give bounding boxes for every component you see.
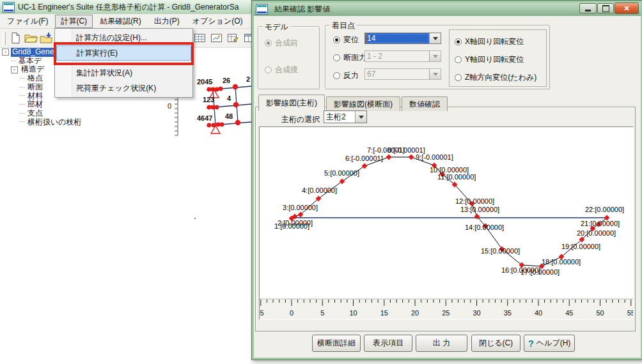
stray-dot bbox=[194, 218, 196, 219]
girder-select-combo[interactable]: 主桁2 bbox=[324, 110, 367, 123]
tree-connector bbox=[20, 113, 25, 114]
point-label-12: 12:[0.00000] bbox=[455, 197, 494, 205]
chevron-down-icon bbox=[433, 37, 438, 40]
axis-option-frame: X軸回り回転変位Y軸回り回転変位Z軸方向変位(たわみ) bbox=[449, 29, 547, 87]
button-横断面詳細[interactable]: 横断面詳細 bbox=[312, 335, 361, 352]
close-button[interactable]: ✕ bbox=[615, 3, 639, 14]
point-label-6: 6:[-0.00001] bbox=[345, 155, 383, 162]
point-label-14: 14:[0.00000] bbox=[465, 224, 504, 231]
button-閉じるC[interactable]: 閉じる(C) bbox=[471, 335, 521, 352]
button-label: 表示項目 bbox=[373, 338, 403, 349]
chevron-down-icon bbox=[359, 116, 364, 119]
minimize-icon bbox=[585, 10, 591, 11]
x-ruler-label: 10 bbox=[349, 309, 357, 317]
node-number-label: 48 bbox=[225, 112, 233, 120]
point-label-2: 2:[0.00000] bbox=[278, 219, 313, 227]
node-dot bbox=[212, 123, 216, 128]
maximize-button[interactable] bbox=[597, 3, 614, 13]
table-edit-icon[interactable] bbox=[225, 31, 240, 45]
expander-icon[interactable]: - bbox=[11, 66, 18, 73]
x-ruler-label: 0 bbox=[290, 309, 294, 317]
import-model-icon[interactable] bbox=[38, 31, 54, 45]
point-label-3: 3:[0.00000] bbox=[283, 204, 318, 211]
tab-strip: 影響線図(主桁)影響線図(横断面)数値確認 bbox=[258, 95, 449, 108]
menubar-item-1[interactable]: ファイル(F) bbox=[1, 15, 54, 28]
result-dialog: 結果確認 影響値 ✕ モデル 合成前合成後 着目点 X軸回り回転変位Y軸回り回転… bbox=[251, 0, 642, 360]
table-grid-icon[interactable] bbox=[192, 31, 207, 45]
tree-connector bbox=[11, 61, 16, 62]
button-表示項目[interactable]: 表示項目 bbox=[364, 335, 412, 352]
menubar-item-3[interactable]: 結果確認(R) bbox=[94, 15, 147, 28]
menu-item-4[interactable]: 集計計算状況(A) bbox=[55, 65, 192, 80]
node-dot bbox=[216, 123, 221, 127]
tab-2[interactable]: 影響線図(横断面) bbox=[326, 96, 400, 111]
x-ruler-label: 30 bbox=[473, 309, 480, 317]
expander-icon[interactable]: - bbox=[2, 49, 9, 56]
radio-label: 合成後 bbox=[275, 64, 298, 75]
combo-dropdown-button[interactable] bbox=[429, 33, 441, 43]
radio-Z軸方向変位(たわみ)[interactable]: Z軸方向変位(たわみ) bbox=[455, 72, 536, 83]
radio-icon bbox=[333, 72, 340, 79]
ruler-zero-label: 0 bbox=[168, 102, 171, 110]
menubar-item-5[interactable]: オプション(O) bbox=[187, 15, 249, 28]
tree-item-横桁扱いの枝桁[interactable]: 横桁扱いの枝桁 bbox=[0, 118, 162, 127]
open-folder-icon[interactable] bbox=[23, 31, 38, 45]
combo-変位[interactable]: 14 bbox=[364, 33, 441, 44]
button-label: ヘルプ(H) bbox=[536, 338, 571, 349]
point-label-21: 21:[0.00000] bbox=[581, 220, 620, 227]
tree-connector bbox=[20, 95, 25, 96]
node-dot bbox=[211, 87, 215, 92]
point-label-19: 19:[0.00000] bbox=[561, 243, 600, 250]
radio-icon bbox=[333, 54, 340, 61]
radio-icon bbox=[265, 66, 272, 73]
radio-断面力[interactable]: 断面力 bbox=[333, 52, 366, 63]
radio-反力[interactable]: 反力 bbox=[333, 70, 359, 81]
tree-item-label: 基本デ bbox=[17, 57, 43, 66]
radio-変位[interactable]: 変位 bbox=[333, 34, 359, 45]
minimize-button[interactable] bbox=[579, 3, 597, 13]
node-number-label: 4 bbox=[227, 95, 231, 102]
menu-bar: ファイル(F)計算(C)結果確認(R)出力(P)オプション(O)ヘ bbox=[0, 14, 252, 29]
menu-item-1[interactable]: 計算方法の設定(H)... bbox=[55, 30, 192, 45]
tree-item-部材[interactable]: 部材 bbox=[0, 100, 162, 109]
focus-group-label: 着目点 bbox=[330, 20, 357, 31]
combo-value: 14 bbox=[365, 33, 429, 43]
tab-1[interactable]: 影響線図(主桁) bbox=[258, 95, 325, 110]
radio-合成前: 合成前 bbox=[265, 38, 298, 49]
node-number-label: 123 bbox=[203, 96, 214, 103]
menu-item-5[interactable]: 死荷重チェック状況(K) bbox=[55, 80, 192, 96]
button-出 力[interactable]: 出 力 bbox=[416, 335, 467, 352]
tree-item-支点[interactable]: 支点 bbox=[0, 109, 162, 118]
menu-item-2[interactable]: 計算実行(E) bbox=[56, 45, 191, 61]
column-table-icon[interactable] bbox=[242, 31, 252, 45]
point-label-5: 5:[0.00000] bbox=[324, 169, 359, 177]
combo-dropdown-button[interactable] bbox=[355, 111, 366, 123]
combo-断面力: 1 - 2 bbox=[364, 50, 441, 62]
x-ruler-label: 5 bbox=[320, 309, 324, 317]
tree-item-label: 構造デ bbox=[20, 65, 45, 74]
combo-反力: 67 bbox=[364, 68, 441, 80]
model-group-label: モデル bbox=[263, 22, 290, 33]
app-logo-icon bbox=[3, 2, 15, 13]
radio-X軸回り回転変位[interactable]: X軸回り回転変位 bbox=[455, 36, 524, 47]
node-dot-large bbox=[233, 84, 238, 89]
radio-label: 反力 bbox=[343, 70, 359, 81]
radio-icon bbox=[455, 56, 462, 63]
main-window-title: UC-1 Engineer's Suite 任意形格子桁の計算 - Grid8_… bbox=[18, 2, 239, 13]
tab-3[interactable]: 数値確認 bbox=[402, 96, 448, 111]
node-dot bbox=[207, 87, 212, 92]
node-dot-large bbox=[233, 102, 239, 107]
chart-sheet-icon[interactable] bbox=[208, 31, 224, 45]
node-dot bbox=[211, 105, 215, 110]
radio-Y軸回り回転変位[interactable]: Y軸回り回転変位 bbox=[455, 54, 524, 65]
point-label-20: 20:[0.00000] bbox=[577, 229, 616, 237]
tree-item-label: 断面 bbox=[26, 83, 44, 92]
influence-chart-panel: -505101520253035404550551:[0.00000]2:[0.… bbox=[259, 126, 634, 320]
menubar-item-2[interactable]: 計算(C) bbox=[55, 15, 93, 28]
node-number-label: 26 bbox=[223, 77, 230, 84]
girder-select-label: 主桁の選択 bbox=[281, 114, 320, 125]
radio-label: Y軸回り回転変位 bbox=[465, 54, 524, 65]
button-ヘルプH[interactable]: ?ヘルプ(H) bbox=[524, 335, 575, 352]
new-document-icon[interactable] bbox=[8, 31, 23, 45]
menubar-item-4[interactable]: 出力(P) bbox=[148, 15, 185, 28]
